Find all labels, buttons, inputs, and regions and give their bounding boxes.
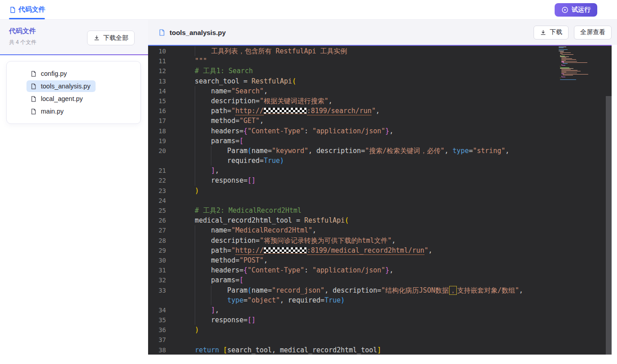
code-token-b2: [	[239, 276, 243, 284]
code-token-plain: ,	[215, 306, 219, 314]
code-token-plain: method=	[179, 117, 239, 125]
code-token-plain: name=	[179, 87, 231, 95]
code-files-page: 代码文件 试运行 代码文件 共 4 个文件	[0, 0, 617, 364]
file-list: config.pytools_analysis.pylocal_agent.py…	[10, 68, 137, 117]
code-line: 18 headers={"Content-Type": "application…	[148, 126, 612, 136]
sidebar-header: 代码文件 共 4 个文件 下载全部	[0, 20, 148, 54]
file-item-config.py[interactable]: config.py	[26, 68, 72, 79]
code-token-b2: {	[244, 266, 248, 274]
minimap-line	[561, 64, 562, 65]
indent-guide	[195, 146, 195, 156]
line-number: 37	[148, 335, 179, 345]
code-editor[interactable]: 10 工具列表，包含所有 RestfulApi 工具实例11 """12 # 工…	[148, 46, 612, 355]
line-content: params=[	[179, 275, 612, 285]
code-token-plain: search_tool =	[179, 77, 252, 85]
code-line: 20 Param(name="keyword", description="搜索…	[148, 146, 612, 156]
main-panel: tools_analysis.py 下载 全屏查看	[148, 20, 617, 364]
download-button[interactable]: 下载	[534, 26, 569, 39]
editor-scrollbar-thumb[interactable]	[606, 96, 612, 355]
minimap-line	[563, 75, 573, 75]
code-token-plain: ,	[328, 97, 333, 105]
code-token-kw: True	[324, 296, 341, 304]
minimap-line	[559, 47, 566, 47]
file-item-local_agent.py[interactable]: local_agent.py	[26, 93, 88, 105]
tab-active-underline	[9, 18, 45, 19]
minimap-line	[561, 71, 581, 71]
line-content: search_tool = RestfulApi(	[179, 76, 612, 86]
code-token-plain: method=	[179, 256, 239, 264]
code-token-plain	[179, 326, 195, 334]
code-token-plain	[179, 187, 195, 195]
code-line: 26 medical_record2html_tool = RestfulApi…	[148, 215, 612, 225]
fullscreen-button[interactable]: 全屏查看	[574, 26, 612, 39]
line-number: 36	[148, 325, 179, 335]
file-item-main.py[interactable]: main.py	[26, 105, 69, 117]
minimap-line	[560, 53, 563, 54]
trial-run-button[interactable]: 试运行	[555, 3, 597, 17]
line-number: 23	[148, 186, 179, 196]
code-line: 28 description="将预问诊记录转换为可供下载的html文件",	[148, 236, 612, 246]
redacted-host-mosaic	[264, 247, 307, 254]
tab-code-files[interactable]: 代码文件	[9, 0, 45, 19]
code-line: 10 工具列表，包含所有 RestfulApi 工具实例	[148, 46, 612, 56]
code-line: 23 )	[148, 186, 612, 196]
minimap-line	[561, 58, 572, 59]
code-token-plain: ,	[264, 87, 268, 95]
code-token-plain: params=	[179, 276, 239, 284]
indent-guide	[195, 236, 195, 246]
line-content: # 工具2: MedicalRecord2Html	[179, 206, 612, 215]
download-all-button[interactable]: 下载全部	[87, 31, 135, 45]
file-item-tools_analysis.py[interactable]: tools_analysis.py	[26, 80, 96, 92]
code-token-b2: }	[385, 127, 389, 135]
code-token-linkstr: :8199/search/run	[307, 107, 372, 115]
code-token-plain: name=	[252, 147, 272, 155]
code-token-linkstr: http://	[235, 246, 263, 255]
code-token-linkstr: :8199/medical_record2html/run	[307, 246, 424, 255]
code-token-plain: description=	[179, 97, 260, 105]
code-token-str: "	[424, 246, 429, 254]
line-content	[179, 196, 612, 206]
indent-guide	[195, 116, 195, 126]
indent-guide	[195, 275, 195, 285]
code-token-b3: (	[248, 147, 252, 155]
minimap-line	[560, 78, 560, 78]
code-token-str: "string"	[473, 147, 505, 155]
indent-guide	[195, 255, 195, 265]
line-number: 20	[148, 146, 179, 156]
line-number: 28	[148, 236, 179, 246]
file-item-label: config.py	[41, 70, 67, 77]
file-item-label: local_agent.py	[41, 95, 83, 102]
line-content: )	[179, 325, 612, 335]
code-line: 37	[148, 335, 612, 345]
minimap-line	[561, 60, 566, 61]
file-list-card: config.pytools_analysis.pylocal_agent.py…	[6, 61, 141, 124]
minimap-line	[560, 66, 560, 66]
indent-guide	[211, 285, 211, 295]
tab-label: 代码文件	[18, 5, 45, 14]
code-token-plain: ,	[429, 246, 433, 254]
code-token-kw: type	[227, 296, 243, 304]
sidebar: 代码文件 共 4 个文件 下载全部 config.pytools_analysi…	[0, 20, 148, 364]
minimap-line	[559, 79, 605, 79]
minimap[interactable]	[559, 47, 605, 86]
play-circle-icon	[561, 6, 569, 13]
indent-guide	[195, 166, 195, 175]
code-token-plain: headers=	[179, 266, 244, 274]
code-token-linkstr: http://	[235, 107, 263, 115]
code-line: 35 response=[]	[148, 315, 612, 325]
line-number: 30	[148, 255, 179, 265]
line-content: method="GET",	[179, 116, 612, 126]
code-token-plain: headers=	[179, 127, 244, 135]
code-token-plain: ,	[312, 226, 316, 234]
minimap-line	[561, 70, 578, 70]
line-content: ],	[179, 305, 612, 315]
line-number: 35	[148, 315, 179, 325]
indent-guide	[195, 175, 195, 185]
code-token-plain: =	[244, 296, 248, 304]
line-number: 19	[148, 136, 179, 146]
code-token-str: "结构化病历JSON数据	[381, 286, 449, 294]
line-number: 25	[148, 206, 179, 215]
line-content: )	[179, 186, 612, 196]
code-token-b3: )	[341, 296, 345, 304]
code-token-plain: params=	[179, 137, 239, 145]
